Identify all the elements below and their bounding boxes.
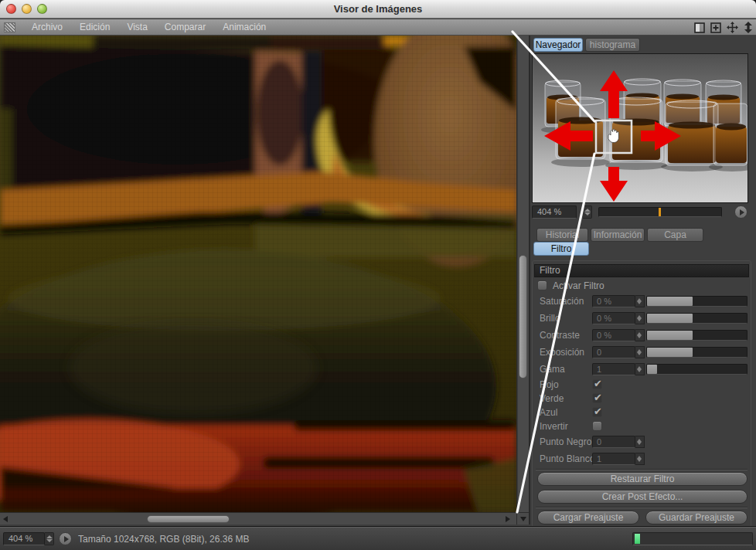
param-value-field[interactable]: 0 % — [592, 295, 635, 307]
tab-navegador[interactable]: Navegador — [533, 38, 583, 52]
punto-blanco-label: Punto Blanco — [540, 453, 594, 465]
grip-icon[interactable] — [4, 22, 15, 32]
menu-animacion[interactable]: Animación — [214, 22, 274, 32]
crear-post-efecto-button[interactable]: Crear Post Efecto... — [537, 490, 747, 504]
param-value-field[interactable]: 0 % — [592, 329, 635, 341]
param-slider[interactable] — [646, 330, 747, 341]
menu-comparar[interactable]: Comparar — [156, 22, 214, 32]
scroll-left-icon[interactable] — [3, 516, 8, 522]
zoom-slider-marker[interactable] — [659, 208, 661, 216]
param-value-field[interactable]: 1 — [592, 363, 635, 375]
filter-group-header: Filtro — [534, 264, 749, 277]
activar-filtro-checkbox[interactable]: ✔ — [537, 280, 547, 290]
param-slider[interactable] — [646, 296, 747, 307]
arrow-left-icon — [544, 121, 593, 151]
punto-negro-field[interactable]: 0 — [592, 436, 635, 448]
add-pane-icon[interactable] — [710, 22, 721, 33]
tab-historial[interactable]: Historial — [536, 228, 588, 242]
split-pane-icon[interactable] — [694, 22, 705, 33]
restaurar-filtro-button[interactable]: Restaurar Filtro — [537, 472, 747, 486]
invertir-checkbox[interactable]: ✔ — [592, 421, 602, 431]
param-value-field[interactable]: 0 — [592, 346, 635, 358]
activar-filtro-label: Activar Filtro — [553, 280, 604, 292]
main-image — [0, 36, 516, 512]
punto-negro-label: Punto Negro — [540, 436, 591, 448]
verde-checkbox[interactable]: ✔ — [592, 393, 602, 403]
image-canvas[interactable] — [0, 36, 516, 512]
menubar: Archivo Edición Vista Comparar Animación — [0, 19, 756, 36]
param-stepper[interactable] — [635, 295, 645, 307]
arrow-right-icon — [641, 121, 681, 151]
progress-bar-value — [635, 534, 640, 544]
azul-checkbox[interactable]: ✔ — [592, 407, 602, 417]
status-zoom-stepper[interactable] — [45, 532, 54, 545]
param-stepper[interactable] — [635, 312, 645, 324]
param-slider[interactable] — [646, 347, 747, 358]
channel-label: Invertir — [540, 420, 568, 433]
channel-label: Verde — [540, 392, 564, 405]
right-panel: Navegador histograma — [530, 36, 756, 528]
guardar-preajuste-button[interactable]: Guardar Preajuste — [645, 511, 747, 525]
scrollbar-corner — [516, 512, 529, 525]
param-label: Gama — [540, 363, 565, 375]
move-icon[interactable] — [727, 22, 738, 33]
titlebar: Visor de Imágenes — [0, 0, 756, 19]
param-stepper[interactable] — [635, 346, 645, 358]
horizontal-scrollbar-thumb[interactable] — [147, 515, 230, 523]
punto-blanco-stepper[interactable] — [635, 453, 645, 465]
status-zoom-value[interactable]: 404 % — [3, 532, 45, 545]
menu-edicion[interactable]: Edición — [71, 22, 118, 32]
param-label: Saturación — [540, 295, 584, 307]
progress-bar — [632, 532, 753, 545]
pan-arrows-overlay — [533, 54, 747, 202]
filter-group: Filtro ✔ Activar Filtro Saturación 0 % B… — [532, 260, 751, 528]
scroll-right-icon[interactable] — [506, 516, 510, 522]
navigator-zoom-play-button[interactable] — [734, 205, 747, 219]
image-info-text: Tamaño 1024x768, RGB (8Bit), 26.36 MB — [78, 534, 249, 545]
tab-informacion[interactable]: Información — [591, 228, 645, 242]
param-label: Brillo — [540, 312, 560, 324]
tab-histograma[interactable]: histograma — [585, 38, 640, 52]
param-stepper[interactable] — [635, 329, 645, 341]
param-label: Exposición — [540, 346, 584, 358]
tab-capa[interactable]: Capa — [647, 228, 703, 242]
channel-label: Rojo — [540, 379, 559, 391]
param-slider[interactable] — [646, 313, 747, 324]
param-slider[interactable] — [646, 364, 747, 375]
punto-negro-stepper[interactable] — [635, 436, 645, 448]
statusbar: 404 % Tamaño 1024x768, RGB (8Bit), 26.36… — [0, 526, 756, 550]
rojo-checkbox[interactable]: ✔ — [592, 379, 602, 389]
param-value-field[interactable]: 0 % — [592, 312, 635, 324]
navigator-thumbnail[interactable] — [532, 53, 748, 203]
status-play-button[interactable] — [59, 532, 72, 545]
horizontal-scrollbar[interactable] — [0, 512, 516, 525]
vertical-scrollbar-thumb[interactable] — [519, 255, 527, 379]
navigator-zoom-slider[interactable] — [598, 207, 722, 217]
vertical-scrollbar[interactable] — [516, 36, 529, 512]
scroll-down-icon[interactable] — [520, 517, 526, 521]
arrow-up-icon — [600, 70, 628, 118]
window-title: Visor de Imágenes — [0, 3, 756, 15]
tab-filtro[interactable]: Filtro — [533, 242, 589, 256]
menu-archivo[interactable]: Archivo — [23, 22, 71, 32]
navigator-zoom-stepper[interactable] — [583, 205, 592, 219]
param-label: Contraste — [540, 329, 580, 341]
cargar-preajuste-button[interactable]: Cargar Preajuste — [537, 511, 639, 525]
image-viewer-window: Visor de Imágenes Archivo Edición Vista … — [0, 0, 756, 550]
param-stepper[interactable] — [635, 363, 645, 375]
navigator-zoom-value[interactable]: 404 % — [532, 205, 577, 219]
divider — [536, 507, 747, 508]
divider — [536, 469, 747, 470]
arrow-down-icon — [600, 167, 628, 202]
channel-label: Azul — [540, 406, 557, 419]
menu-vista[interactable]: Vista — [118, 22, 155, 32]
punto-blanco-field[interactable]: 1 — [592, 453, 635, 465]
resize-vertical-icon[interactable] — [744, 22, 753, 33]
